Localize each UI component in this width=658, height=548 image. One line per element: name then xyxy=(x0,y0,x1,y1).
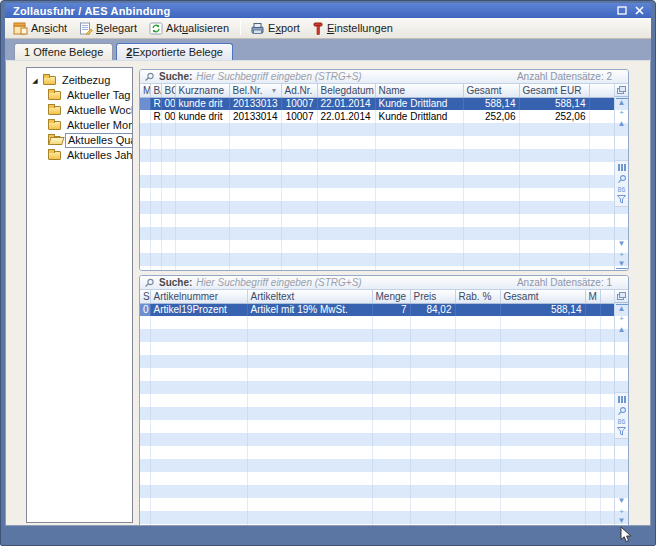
col-artikelnummer[interactable]: Artikelnummer xyxy=(150,290,247,303)
col-s[interactable]: S xyxy=(140,290,150,303)
content-area: ◢ Zeitbezug Aktueller Tag Aktuelle Woche… xyxy=(5,60,651,526)
col-artikeltext[interactable]: Artikeltext xyxy=(247,290,372,303)
search-icon xyxy=(144,278,155,288)
window-title: Zollausfuhr / AES Anbindung xyxy=(13,5,616,17)
view-window-icon xyxy=(13,22,28,35)
col-gesamt[interactable]: Gesamt xyxy=(463,84,519,97)
empty-row xyxy=(140,394,615,407)
col-preis[interactable]: Preis xyxy=(410,290,455,303)
goto-record-icon[interactable]: 86 xyxy=(618,186,626,193)
empty-row xyxy=(140,511,615,524)
filter-icon[interactable] xyxy=(617,427,626,436)
folder-icon xyxy=(48,121,61,130)
search-icon xyxy=(144,72,155,82)
close-window-button[interactable] xyxy=(634,5,645,16)
folder-icon xyxy=(48,151,61,160)
col-ba[interactable]: BA xyxy=(150,84,161,97)
export-icon xyxy=(250,22,265,35)
col-filler xyxy=(589,84,615,97)
empty-row xyxy=(140,175,615,188)
export-button[interactable]: Export xyxy=(246,20,306,37)
export-label: Export xyxy=(268,22,300,34)
ansicht-button[interactable]: Ansicht xyxy=(9,20,73,37)
scroll-up-button[interactable]: ▲ xyxy=(616,324,628,335)
tree-expanded-icon[interactable]: ◢ xyxy=(31,77,39,85)
toolbar-separator xyxy=(240,21,241,35)
ansicht-label: Ansicht xyxy=(31,22,67,34)
einstellungen-button[interactable]: Einstellungen xyxy=(308,20,399,37)
tab-offene-belege[interactable]: 1 Offene Belege xyxy=(14,43,113,60)
col-menge[interactable]: Menge xyxy=(372,290,410,303)
col-adnr[interactable]: Ad.Nr. xyxy=(281,84,317,97)
empty-row xyxy=(140,316,615,329)
documents-search-bar[interactable]: Suche: Hier Suchbegriff eingeben (STRG+S… xyxy=(140,70,628,84)
folder-icon xyxy=(48,106,61,115)
positions-grid: Suche: Hier Suchbegriff eingeben (STRG+S… xyxy=(139,275,629,526)
col-gesamt[interactable]: Gesamt xyxy=(500,290,585,303)
belegart-button[interactable]: Belegart xyxy=(75,20,143,37)
empty-row xyxy=(140,381,615,394)
grid-nav-strip: ▲ + ▲ 86 xyxy=(614,84,628,270)
empty-row xyxy=(140,420,615,433)
tree-node-aktuelles-jahr[interactable]: Aktuelles Jahr xyxy=(27,148,132,163)
position-row-selected[interactable]: 0 Artikel19Prozent Artikel mit 19% MwSt.… xyxy=(140,303,615,316)
search-grid-icon[interactable] xyxy=(617,174,627,184)
scroll-down-button[interactable]: ▼ xyxy=(616,238,628,249)
col-name[interactable]: Name xyxy=(375,84,463,97)
col-belegdatum[interactable]: Belegdatum xyxy=(317,84,375,97)
tree-node-aktueller-monat[interactable]: Aktueller Monat xyxy=(27,118,132,133)
record-count: Anzahl Datensätze: 2 xyxy=(517,71,624,82)
scroll-first-button[interactable]: ▲ xyxy=(616,304,628,313)
positions-search-bar[interactable]: Suche: Hier Suchbegriff eingeben (STRG+S… xyxy=(140,276,628,290)
scroll-last-button[interactable]: ▼ xyxy=(616,517,628,526)
toolbar: Ansicht Belegart Aktualisieren xyxy=(5,18,651,39)
tab-exportierte-belege[interactable]: 2 Exportierte Belege xyxy=(116,43,233,60)
columns-icon[interactable] xyxy=(617,163,627,172)
positions-table: S Artikelnummer Artikeltext Menge Preis … xyxy=(140,290,616,526)
documents-table: M BA BG Kurzname Bel.Nr.▼ Ad.Nr. Belegda… xyxy=(140,84,616,270)
empty-row xyxy=(140,459,615,472)
title-bar[interactable]: Zollausfuhr / AES Anbindung xyxy=(5,3,651,18)
grid-nav-strip: ▲ + ▲ 86 xyxy=(614,290,628,526)
column-chooser-icon[interactable] xyxy=(617,292,626,300)
col-rabatt[interactable]: Rab. % xyxy=(455,290,500,303)
aktualisieren-button[interactable]: Aktualisieren xyxy=(145,20,235,37)
col-kurzname[interactable]: Kurzname xyxy=(175,84,229,97)
record-count: Anzahl Datensätze: 1 xyxy=(517,277,624,288)
document-row-selected[interactable]: R 00 kunde drit 20133013 10007 22.01.201… xyxy=(140,97,615,110)
scroll-last-button[interactable]: ▼ xyxy=(616,260,628,269)
tree-node-aktuelle-woche[interactable]: Aktuelle Woche xyxy=(27,103,132,118)
tree-node-aktueller-tag[interactable]: Aktueller Tag xyxy=(27,88,132,103)
aktualisieren-label: Aktualisieren xyxy=(166,22,229,34)
scroll-up-button[interactable]: ▲ xyxy=(616,118,628,129)
tree-node-aktuelles-quartal[interactable]: Aktuelles Quartal xyxy=(27,133,132,148)
col-bg[interactable]: BG xyxy=(161,84,175,97)
restore-window-button[interactable] xyxy=(616,5,627,16)
scroll-move-button[interactable]: + xyxy=(616,313,628,324)
scroll-move-button[interactable]: + xyxy=(616,107,628,118)
scroll-first-button[interactable]: ▲ xyxy=(616,98,628,107)
tree-node-zeitbezug[interactable]: ◢ Zeitbezug xyxy=(27,73,132,88)
empty-row xyxy=(140,433,615,446)
empty-row xyxy=(140,227,615,240)
empty-row xyxy=(140,188,615,201)
document-row[interactable]: R 00 kunde drit 20133014 10007 22.01.201… xyxy=(140,110,615,123)
search-placeholder[interactable]: Hier Suchbegriff eingeben (STRG+S) xyxy=(196,71,361,82)
filter-icon[interactable] xyxy=(617,195,626,204)
goto-record-icon[interactable]: 86 xyxy=(618,418,626,425)
search-grid-icon[interactable] xyxy=(617,406,627,416)
col-gesamt-eur[interactable]: Gesamt EUR xyxy=(519,84,589,97)
col-m[interactable]: M xyxy=(585,290,600,303)
folder-icon xyxy=(43,76,56,85)
search-placeholder[interactable]: Hier Suchbegriff eingeben (STRG+S) xyxy=(196,277,361,288)
columns-icon[interactable] xyxy=(617,395,627,404)
empty-row xyxy=(140,524,615,526)
column-chooser-icon[interactable] xyxy=(617,86,626,94)
scroll-down-button[interactable]: ▼ xyxy=(616,495,628,506)
einstellungen-label: Einstellungen xyxy=(327,22,393,34)
empty-row xyxy=(140,149,615,162)
empty-row xyxy=(140,472,615,485)
col-m[interactable]: M xyxy=(140,84,150,97)
col-belnr[interactable]: Bel.Nr.▼ xyxy=(229,84,281,97)
empty-row xyxy=(140,201,615,214)
